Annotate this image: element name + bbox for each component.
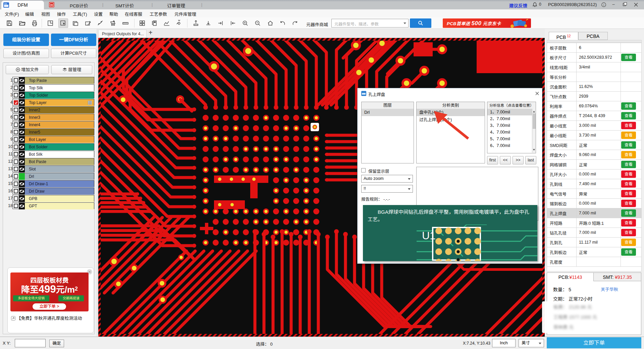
svg-text:i: i — [603, 3, 604, 7]
svg-text:H: H — [51, 3, 53, 7]
svg-text:U1: U1 — [422, 230, 436, 242]
